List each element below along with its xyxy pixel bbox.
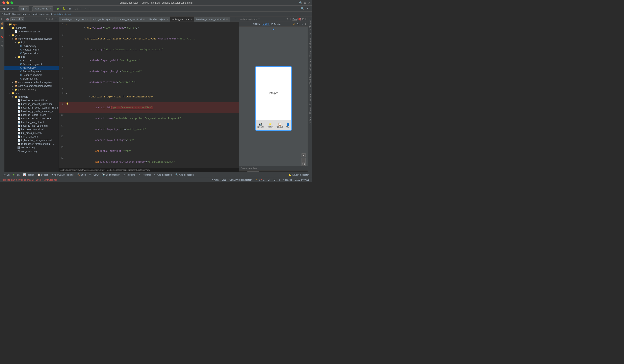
line-col-status[interactable]: 1150 of 4096B xyxy=(294,179,310,181)
tree-item-starfragment[interactable]: C StarFragment xyxy=(4,77,59,81)
maximize-button[interactable] xyxy=(10,1,13,4)
layout-inspector-tab[interactable]: 📐 Layout Inspector xyxy=(287,173,310,176)
tree-item-manifests[interactable]: ▼ 📁 manifests xyxy=(4,26,59,30)
commit-icon[interactable]: ↑ xyxy=(0,31,4,34)
device-preview-dropdown[interactable]: Pixel xyxy=(296,23,305,25)
global-search-button[interactable]: 🔍 xyxy=(300,7,305,10)
minimize-button[interactable] xyxy=(6,1,9,4)
notifications-panel[interactable]: Notifications xyxy=(308,58,312,73)
tree-item-mainactivity[interactable]: C MainActivity xyxy=(4,66,59,70)
zoom-fit-button[interactable]: 1:1 xyxy=(302,162,306,166)
grade-panel[interactable]: Grade xyxy=(308,49,312,58)
split-tab-button[interactable]: ⊞ Split xyxy=(262,22,270,26)
close-tab-icon[interactable]: ✕ xyxy=(226,18,228,20)
tree-item-baseline-account-fill[interactable]: 📄 baseline_account_fill.xml xyxy=(4,99,59,102)
db-browser-icon[interactable]: 🗄 xyxy=(0,17,4,21)
tree-item-recordfragment[interactable]: C RecordFragment xyxy=(4,70,59,73)
services-tool-tab[interactable]: ⚙ App Inspection xyxy=(153,173,173,176)
tree-item-com3[interactable]: ▶ 📦 com.weicomp.schoolbussystem xyxy=(4,84,59,88)
tree-item-utils[interactable]: ▼ 📁 utils xyxy=(4,55,59,59)
code-editor[interactable]: 1 ⚠ <?xml version="1.0" encoding="utf-8"… xyxy=(59,22,239,168)
close-tab-icon[interactable]: ✕ xyxy=(87,18,88,20)
serial-monitor-tab[interactable]: 📡 Serial Monitor xyxy=(101,173,121,176)
tree-item-btn-green[interactable]: 📄 btn_green_round.xml xyxy=(4,128,59,131)
tab-scanner-icon-layout[interactable]: scanner_icon_layout.xml ✕ xyxy=(115,17,147,22)
git-pull-button[interactable]: ↓ xyxy=(88,7,92,10)
breadcrumb-layout[interactable]: layout xyxy=(46,13,52,15)
tree-sync-icon[interactable]: ⟳ xyxy=(46,18,48,21)
debug-button[interactable]: 🐛 xyxy=(61,7,67,10)
revert-button[interactable]: ↺ xyxy=(11,7,16,10)
bookmarks-icon[interactable]: 🔖 xyxy=(0,35,4,39)
tree-item-scannerfragment[interactable]: C ScannerFragment xyxy=(4,73,59,77)
tree-item-com2[interactable]: ▶ 📦 com.weicomp.schoolbussystem xyxy=(4,81,59,84)
app-inspection-tab[interactable]: 🔍 App Inspection xyxy=(174,173,195,176)
tree-item-app[interactable]: ▼ 📁 app xyxy=(4,23,59,26)
logcat-tool-tab[interactable]: 📋 Logcat xyxy=(36,173,49,176)
warning-marker-1[interactable]: ⚠ xyxy=(66,23,67,25)
tree-item-frame-blue[interactable]: 📄 frame_blue.xml xyxy=(4,135,59,138)
tree-item-icon-email[interactable]: 🖼 icon_email.png xyxy=(4,149,59,153)
profiler-tool-tab[interactable]: 📊 Profiler xyxy=(22,173,35,176)
encoding-status[interactable]: UTF-8 xyxy=(273,179,281,181)
indent-status[interactable]: 4 spaces xyxy=(282,179,293,181)
run-button[interactable]: ▶ xyxy=(56,6,61,11)
terminal-tool-tab[interactable]: >_ Terminal xyxy=(137,173,152,176)
breadcrumb-src[interactable]: src xyxy=(28,13,31,15)
align-icon[interactable]: ≡ xyxy=(305,18,306,21)
layout-validation-panel[interactable]: Layout Validation xyxy=(308,73,312,92)
layout-icon[interactable]: ⊞ xyxy=(302,18,304,21)
design-tab-button[interactable]: 🖼 Design xyxy=(270,23,282,26)
tab-activity-main[interactable]: activity_main.xml ✕ xyxy=(170,17,194,22)
tree-item-res[interactable]: ▼ 📁 res xyxy=(4,91,59,95)
tree-item-btn-press[interactable]: 📄 btn_press_blue.xml xyxy=(4,131,59,135)
more-tabs-button[interactable]: ⋮ xyxy=(233,18,239,22)
tree-item-login[interactable]: ▼ 📁 login xyxy=(4,41,59,44)
tab-build-gradle[interactable]: build.gradle (:app) ✕ xyxy=(90,17,115,22)
collapse-button-8[interactable]: ▼ xyxy=(66,92,67,94)
breadcrumb-res[interactable]: res xyxy=(41,13,44,15)
device-file-explorer-panel[interactable]: Device File Explorer xyxy=(308,93,312,115)
app-dropdown[interactable]: app xyxy=(19,6,29,11)
tree-item-icon-bus[interactable]: 🖼 icon_bus.png xyxy=(4,146,59,149)
git-tool-tab[interactable]: ⎇ Git xyxy=(2,173,11,176)
tree-item-ic-fg[interactable]: 📄 ic_launcher_foreground.xml (... xyxy=(4,142,59,146)
tree-item-ic-bg[interactable]: 📄 ic_launcher_background.xml xyxy=(4,138,59,142)
breadcrumb-file[interactable]: activity_main.xml xyxy=(54,13,71,15)
git-sync-button[interactable]: ✓ xyxy=(79,7,83,10)
forward-button[interactable]: ▶ xyxy=(6,7,10,10)
tree-item-baseline-star-stroke[interactable]: 📄 baseline_star_stroke.xml xyxy=(4,124,59,128)
build-variants-icon[interactable]: ⊗ xyxy=(0,44,4,47)
breadcrumb-main[interactable]: main xyxy=(33,13,38,15)
device-dropdown[interactable]: Pixel 2 API 30 xyxy=(32,6,53,11)
close-tab-icon[interactable]: ✕ xyxy=(166,18,168,20)
resource-manager-icon[interactable]: 📦 xyxy=(0,22,4,25)
build-tool-tab[interactable]: 🔨 Build xyxy=(76,173,87,176)
lf-status[interactable]: LF xyxy=(267,179,271,181)
close-tab-icon[interactable]: ✕ xyxy=(190,18,192,21)
tree-item-drawable[interactable]: ▼ 📁 drawable xyxy=(4,95,59,99)
problems-tool-tab[interactable]: ⚠ Problems xyxy=(122,173,137,176)
warning-status[interactable]: ⚠ 0 ✕ 1 xyxy=(255,178,265,181)
tree-item-com-weicomp[interactable]: ▼ 📦 com.weicomp.schoolbussystem xyxy=(4,37,59,41)
device-manager-panel[interactable]: Device Manager xyxy=(308,18,312,37)
tree-item-androidmanifest[interactable]: 📄 AndroidManifest.xml xyxy=(4,30,59,33)
tab-baseline-account-stroke[interactable]: baseline_account_stroke.xml ✕ xyxy=(194,17,230,22)
run-tool-tab[interactable]: ▶ Run xyxy=(11,173,21,176)
tree-item-baseline-record-stroke[interactable]: 📄 baseline_record_stroke.xml xyxy=(4,117,59,120)
tree-item-java-generated[interactable]: ▶ 📁 java (generated) xyxy=(4,88,59,91)
global-settings-button[interactable]: ⚙ xyxy=(306,7,310,10)
git-status-item[interactable]: ⎇ main xyxy=(210,178,219,181)
close-button[interactable] xyxy=(2,1,5,4)
expand-icon[interactable]: ⤢ xyxy=(308,1,310,4)
hint-bulb-icon[interactable]: 💡 xyxy=(66,103,69,106)
close-tab-icon[interactable]: ✕ xyxy=(112,18,113,20)
tree-item-java[interactable]: ▼ 📁 java xyxy=(4,33,59,37)
back-button[interactable]: ◀ xyxy=(2,7,6,10)
settings-icon[interactable]: ⚙ xyxy=(304,1,306,4)
profile-button[interactable]: ⊞ xyxy=(68,7,72,10)
tree-item-registeractivity[interactable]: C RegisterActivity xyxy=(4,48,59,51)
tree-item-splashactivity[interactable]: C SplashActivity xyxy=(4,51,59,55)
tree-settings-icon[interactable]: ⚙ xyxy=(51,18,53,21)
tree-item-baseline-account-stroke[interactable]: 📄 baseline_account_stroke.xml xyxy=(4,102,59,106)
